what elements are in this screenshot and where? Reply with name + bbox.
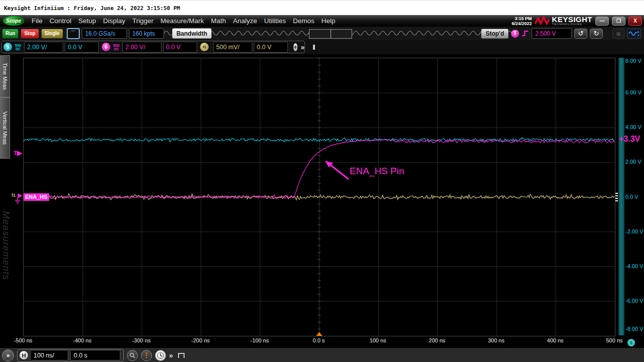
acquisition-status-button[interactable]: Stop'd — [481, 29, 509, 39]
trigger-level-marker[interactable]: T▶ — [14, 149, 22, 157]
menu-item-display[interactable]: Display — [100, 17, 129, 25]
annotation-arrow-icon — [321, 157, 356, 182]
channel-6-level-marker[interactable]: ▶ — [18, 192, 22, 199]
function-1-scale-field[interactable]: 500 mV/ — [213, 42, 252, 53]
trigger-position-icon[interactable] — [141, 350, 152, 361]
close-button[interactable]: X — [628, 17, 642, 26]
redo-button[interactable]: ↻ — [590, 29, 603, 39]
channel-controls-group: 5 50ΩDC 2.00 V/ 0.0 V 6 50ΩDC 2.00 V/ 0.… — [1, 41, 305, 53]
tab-time-meas[interactable]: Time Meas — [0, 55, 10, 97]
clock-icon[interactable] — [155, 350, 166, 361]
expand-channels-button[interactable]: » — [301, 43, 305, 51]
keysight-squiggle-icon — [535, 16, 550, 27]
voltage-tick-label: -2.00 V — [625, 228, 644, 234]
stop-button[interactable]: Stop — [21, 29, 39, 39]
waveform-scaling-icon[interactable] — [627, 29, 641, 39]
graticule[interactable] — [23, 58, 615, 336]
clock-date: 6/24/2022 — [512, 21, 532, 26]
voltage-tick-label: 2.00 V — [625, 159, 644, 165]
annotation-text[interactable]: ENA_HS Pin — [350, 166, 404, 177]
channel-5-badge[interactable]: 5 — [4, 43, 12, 51]
clock-time: 3:15 PM — [512, 16, 532, 21]
channel-6-offset-field[interactable]: 0.0 V — [163, 42, 197, 53]
time-tick-label: -100 ns — [250, 337, 269, 343]
channel-6-coupling[interactable]: 50ΩDC — [112, 44, 121, 51]
scope-menu-button[interactable]: Scope — [3, 16, 24, 26]
voltage-tick-label: 4.00 V — [625, 124, 644, 130]
time-tick-label: -400 ns — [73, 337, 92, 343]
voltage-tick-label: -4.00 V — [625, 263, 644, 269]
window-titlebar: Keysight Infiniium : Friday, June 24, 20… — [0, 0, 644, 16]
channel-6-scale-field[interactable]: 2.00 V/ — [122, 42, 162, 53]
oscilloscope-screen: Keysight Infiniium : Friday, June 24, 20… — [0, 0, 644, 362]
channel-6-badge[interactable]: 6 — [102, 43, 110, 51]
zoom-mode-icon[interactable] — [127, 350, 138, 361]
rail-voltage-marker: +3.3V — [619, 135, 640, 144]
time-tick-label: -500 ns — [14, 337, 33, 343]
menu-item-setup[interactable]: Setup — [75, 17, 99, 25]
minimize-button[interactable]: — — [595, 17, 609, 26]
trigger-level-field[interactable]: 2.500 V — [532, 28, 572, 39]
trace-name-label[interactable]: ENA_HS — [24, 193, 49, 201]
voltage-tick-label: 6.00 V — [625, 89, 644, 95]
expand-left-button[interactable]: » — [2, 349, 14, 361]
menu-item-help[interactable]: Help — [318, 17, 339, 25]
timebase-scale-field[interactable]: 100 ns/ — [30, 350, 68, 360]
menu-item-control[interactable]: Control — [46, 17, 75, 25]
tab-vertical-meas[interactable]: Vertical Meas — [0, 97, 10, 159]
timebase-pin-icon[interactable] — [178, 353, 185, 358]
memory-depth-readout: 160 kpts — [129, 28, 164, 39]
time-tick-label: 200 ns — [429, 337, 445, 343]
grid-display-icon[interactable]: ▦ — [612, 29, 624, 39]
window-title: Keysight Infiniium : Friday, June 24, 20… — [4, 5, 180, 12]
menu-item-measure-mark[interactable]: Measure/Mark — [157, 17, 207, 25]
screen-capture-icon[interactable]: ⌒ — [67, 28, 80, 39]
menu-item-utilities[interactable]: Utilities — [260, 17, 289, 25]
restore-button[interactable]: ❐ — [612, 17, 625, 26]
expand-timebase-button[interactable]: » — [169, 351, 173, 359]
sample-rate-readout: 16.0 GSa/s — [82, 28, 127, 39]
channel-bar: 5 50ΩDC 2.00 V/ 0.0 V 6 50ΩDC 2.00 V/ 0.… — [0, 40, 644, 54]
horizontal-badge[interactable]: H — [20, 351, 28, 359]
channel-5-scale-field[interactable]: 2.00 V/ — [24, 42, 63, 53]
channel-5-coupling[interactable]: 50ΩDC — [14, 44, 23, 51]
time-tick-label: 300 ns — [488, 337, 505, 343]
bandwidth-button[interactable]: Bandwidth — [172, 28, 212, 39]
brand-name: KEYSIGHT — [552, 17, 592, 23]
menu-item-file[interactable]: File — [28, 17, 46, 25]
timebase-group: H 100 ns/ 0.0 s — [17, 349, 124, 362]
time-tick-label: 100 ns — [370, 337, 386, 343]
menu-item-demos[interactable]: Demos — [289, 17, 318, 25]
timebase-position-field[interactable]: 0.0 s — [70, 350, 120, 360]
ground-symbol-icon — [14, 198, 21, 205]
run-button[interactable]: Run — [2, 29, 19, 39]
menu-item-analyze[interactable]: Analyze — [229, 17, 260, 25]
vertical-scale-bar[interactable] — [618, 58, 624, 335]
function-1-badge[interactable]: f1 — [200, 43, 209, 51]
channel-5-offset-field[interactable]: 0.0 V — [65, 42, 99, 53]
menu-item-trigger[interactable]: Trigger — [129, 17, 157, 25]
trigger-badge[interactable]: T — [511, 30, 519, 38]
function-1-offset-field[interactable]: 0.0 V — [254, 42, 288, 53]
clock-display: 3:15 PM 6/24/2022 — [512, 16, 532, 26]
undo-button[interactable]: ↺ — [574, 29, 587, 39]
time-tick-label: 400 ns — [547, 337, 564, 343]
menu-bar: Scope FileControlSetupDisplayTriggerMeas… — [0, 15, 644, 27]
timebase-bar: » H 100 ns/ 0.0 s » — [0, 347, 644, 362]
trigger-edge-icon — [522, 30, 529, 37]
timebase-window-indicator[interactable] — [309, 29, 352, 39]
voltage-tick-label: 0.0 V — [625, 194, 644, 200]
f1-ground-marker[interactable]: f1 — [12, 193, 16, 198]
menu-item-math[interactable]: Math — [207, 17, 229, 25]
single-button[interactable]: Single — [41, 29, 63, 39]
pin-icon[interactable] — [313, 45, 315, 50]
add-waveform-button[interactable]: + — [293, 43, 297, 51]
time-tick-label: 500 ns — [606, 337, 622, 343]
time-tick-label: 0.0 s — [313, 337, 325, 343]
measurements-watermark: Measurements — [1, 211, 12, 280]
channel-5-axis-badge[interactable]: 5 — [627, 339, 635, 346]
time-tick-label: -200 ns — [191, 337, 210, 343]
acquisition-toolbar: Run Stop Single ⌒ 16.0 GSa/s 160 kpts Ba… — [0, 27, 644, 40]
voltage-tick-label: 8.00 V — [625, 58, 644, 64]
menu-right-cluster: 3:15 PM 6/24/2022 KEYSIGHT TECHNOLOGIES … — [512, 16, 644, 27]
